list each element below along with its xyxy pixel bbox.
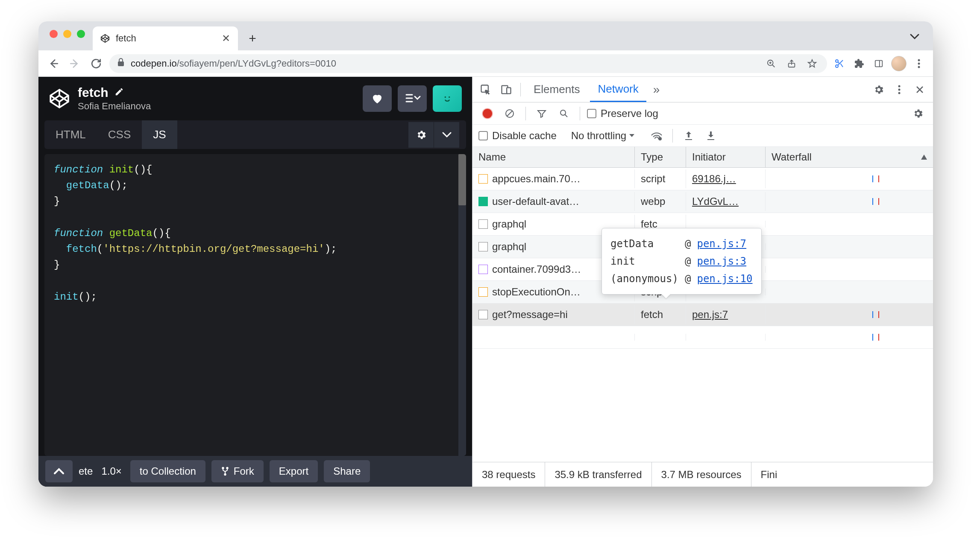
export-button[interactable]: Export (270, 460, 318, 482)
editor-scrollbar-thumb[interactable] (458, 154, 466, 205)
close-tab-button[interactable]: ✕ (222, 32, 230, 44)
codepen-footer: ete 1.0× to Collection Fork Export Share (38, 456, 472, 487)
kebab-menu-icon[interactable] (912, 56, 926, 71)
sidepanel-icon[interactable] (871, 56, 886, 71)
table-row[interactable]: user-default-avat… webp LYdGvL… (472, 190, 933, 213)
table-row[interactable]: get?message=hi fetch pen.js:7 (472, 304, 933, 326)
file-image-icon (478, 197, 488, 206)
network-settings-icon[interactable] (909, 105, 927, 123)
table-row[interactable]: appcues.main.70… script 69186.j… (472, 168, 933, 190)
network-conditions-icon[interactable] (648, 127, 666, 145)
col-waterfall[interactable]: Waterfall (766, 147, 933, 167)
more-tabs-icon[interactable]: » (649, 81, 664, 98)
extensions-icon[interactable] (852, 56, 866, 71)
svg-point-11 (222, 467, 223, 469)
scissors-icon[interactable] (832, 56, 847, 71)
tab-js[interactable]: JS (142, 120, 177, 149)
browser-window: fetch ✕ + codepen.io/sofiayem/pen/LYdGvL… (38, 21, 933, 487)
chevron-down-icon[interactable] (907, 26, 923, 46)
status-finish: Fini (751, 462, 787, 487)
heart-button[interactable] (363, 85, 392, 112)
editor-settings-button[interactable] (408, 122, 434, 148)
gear-icon[interactable] (870, 81, 888, 99)
lock-icon (117, 58, 125, 69)
zoom-icon[interactable] (764, 56, 778, 71)
profile-avatar[interactable] (891, 56, 907, 71)
col-name[interactable]: Name (472, 147, 635, 167)
disable-cache-label: Disable cache (492, 130, 557, 142)
forward-button[interactable] (67, 55, 83, 72)
initiator-link[interactable]: 69186.j… (692, 173, 736, 185)
delete-button-fragment[interactable]: ete (79, 465, 93, 477)
url-text: codepen.io/sofiayem/pen/LYdGvLg?editors=… (131, 58, 336, 69)
close-devtools-button[interactable] (911, 81, 929, 99)
tab-css[interactable]: CSS (97, 120, 142, 149)
tab-elements[interactable]: Elements (526, 78, 587, 101)
preserve-log-label: Preserve log (601, 108, 658, 120)
stack-link[interactable]: pen.js:3 (697, 253, 746, 270)
edit-title-icon[interactable] (114, 87, 124, 98)
tab-network[interactable]: Network (590, 77, 646, 102)
file-doc-icon (478, 242, 488, 251)
record-button[interactable] (478, 105, 496, 123)
devtools-panel: Elements Network » (472, 77, 933, 487)
throttling-select[interactable]: No throttling (571, 130, 635, 142)
svg-rect-5 (875, 60, 883, 67)
code-editor[interactable]: function init(){ getData(); } function g… (44, 154, 466, 456)
search-icon[interactable] (555, 105, 573, 123)
filter-icon[interactable] (533, 105, 551, 123)
status-resources: 3.7 MB resources (652, 462, 751, 487)
file-style-icon (478, 265, 488, 274)
kebab-icon[interactable] (890, 81, 908, 99)
svg-point-4 (836, 65, 838, 67)
col-initiator[interactable]: Initiator (686, 147, 766, 167)
svg-point-13 (224, 474, 226, 475)
codepen-header: fetch Sofia Emelianova (38, 77, 472, 120)
initiator-link[interactable]: LYdGvL… (692, 196, 739, 207)
device-toggle-icon[interactable] (497, 81, 515, 99)
codepen-favicon-icon (100, 34, 110, 43)
svg-point-22 (659, 137, 661, 140)
svg-point-3 (836, 60, 838, 62)
preserve-log-checkbox[interactable] (587, 109, 596, 118)
clear-button[interactable] (501, 105, 519, 123)
tab-html[interactable]: HTML (44, 120, 97, 149)
to-collection-button[interactable]: to Collection (130, 460, 205, 482)
minimize-window-button[interactable] (63, 30, 71, 38)
svg-rect-16 (507, 88, 511, 93)
disable-cache-checkbox[interactable] (478, 131, 488, 140)
svg-point-21 (560, 110, 566, 115)
upload-har-icon[interactable] (680, 127, 698, 145)
browser-tab[interactable]: fetch ✕ (93, 26, 238, 50)
svg-point-17 (898, 85, 901, 87)
reload-button[interactable] (88, 55, 104, 72)
initiator-link[interactable]: pen.js:7 (692, 309, 728, 321)
network-status-bar: 38 requests 35.9 kB transferred 3.7 MB r… (472, 462, 933, 487)
close-window-button[interactable] (50, 30, 58, 38)
tab-title: fetch (116, 33, 136, 44)
stack-link[interactable]: pen.js:10 (697, 270, 752, 288)
share-button[interactable]: Share (324, 460, 370, 482)
view-layout-button[interactable] (398, 85, 427, 112)
share-icon[interactable] (784, 56, 799, 71)
address-bar[interactable]: codepen.io/sofiayem/pen/LYdGvLg?editors=… (109, 54, 827, 73)
svg-point-8 (918, 66, 920, 68)
star-icon[interactable] (805, 56, 819, 71)
stack-link[interactable]: pen.js:7 (697, 235, 746, 253)
status-requests: 38 requests (472, 462, 545, 487)
zoom-level[interactable]: 1.0× (99, 465, 124, 477)
inspect-element-icon[interactable] (477, 81, 495, 99)
back-button[interactable] (45, 55, 62, 72)
user-avatar[interactable] (433, 85, 462, 112)
download-har-icon[interactable] (702, 127, 720, 145)
tab-strip: fetch ✕ + (38, 21, 933, 50)
col-type[interactable]: Type (635, 147, 686, 167)
devtools-tabbar: Elements Network » (472, 77, 933, 102)
footer-expand-button[interactable] (45, 460, 73, 482)
new-tab-button[interactable]: + (244, 30, 261, 47)
editor-expand-button[interactable] (434, 122, 459, 148)
fullscreen-window-button[interactable] (77, 30, 85, 38)
omnibar: codepen.io/sofiayem/pen/LYdGvLg?editors=… (38, 50, 933, 77)
codepen-panel: fetch Sofia Emelianova (38, 77, 472, 487)
fork-button[interactable]: Fork (211, 460, 264, 482)
